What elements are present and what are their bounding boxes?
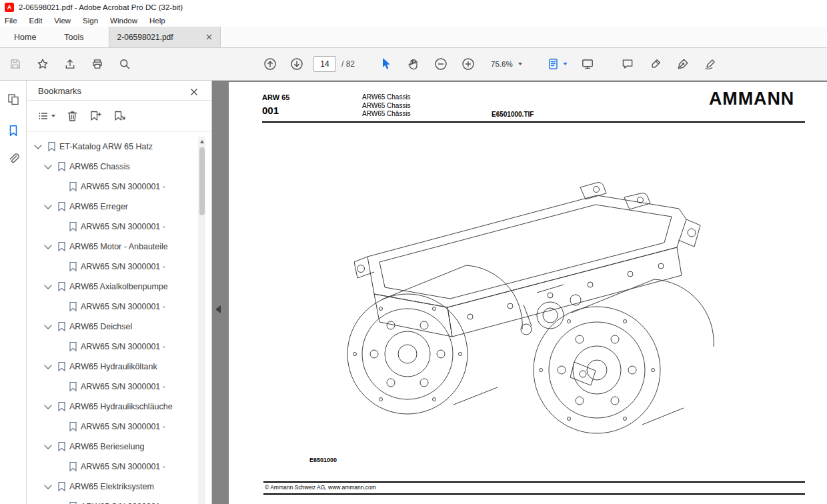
tab-tools[interactable]: Tools: [50, 27, 97, 47]
bookmark-icon: [57, 241, 66, 252]
menu-sign[interactable]: Sign: [77, 15, 104, 27]
document-area: ARW 65 001 ARW65 Chassis ARW65 Chassis A…: [212, 81, 827, 504]
goto-bookmark-button[interactable]: [113, 110, 126, 122]
favorites-button[interactable]: [37, 58, 49, 71]
page-display-button[interactable]: [547, 57, 568, 71]
search-button[interactable]: [119, 58, 131, 71]
chevron-down-icon[interactable]: [44, 361, 51, 369]
footer-rule-bottom: [263, 493, 805, 495]
scrollbar-thumb[interactable]: [199, 147, 205, 215]
bookmark-icon: [57, 361, 66, 372]
goto-bookmark-icon: [113, 110, 126, 122]
bookmark-icon: [57, 481, 66, 492]
title-bar: A 2-06598021.pdf - Adobe Acrobat Pro DC …: [0, 0, 827, 15]
chevron-down-icon[interactable]: [34, 141, 41, 149]
bookmark-item[interactable]: ET-Katalog ARW 65 Hatz: [27, 137, 202, 157]
acrobat-window: A 2-06598021.pdf - Adobe Acrobat Pro DC …: [0, 0, 827, 504]
bookmark-item[interactable]: ARW65 S/N 3000001 -: [27, 337, 202, 357]
page-thumbnails-button[interactable]: [7, 93, 20, 106]
paperclip-icon: [7, 152, 20, 165]
save-button[interactable]: [9, 58, 22, 71]
bookmark-item[interactable]: ARW65 S/N 3000001 -: [27, 257, 202, 277]
title-line: ARW65 Chassis: [362, 102, 411, 111]
sign-button[interactable]: [704, 58, 717, 71]
bookmark-icon: [69, 501, 77, 504]
figure-label: E6501000: [309, 457, 337, 463]
bookmark-label: ET-Katalog ARW 65 Hatz: [59, 142, 153, 151]
main-toolbar: 14 / 82 75.6%: [0, 48, 827, 81]
bookmark-item[interactable]: ARW65 Hydraulikschläuche: [27, 397, 202, 417]
highlight-button[interactable]: [650, 58, 662, 71]
scroll-up-icon[interactable]: [200, 140, 204, 143]
zoom-out-icon: [434, 57, 448, 71]
chevron-down-icon[interactable]: [44, 401, 51, 409]
bookmark-item[interactable]: ARW65 S/N 3000001 -: [27, 377, 202, 397]
zoom-level-dropdown[interactable]: 75.6%: [491, 56, 522, 72]
bookmark-item[interactable]: ARW65 Motor - Anbauteile: [27, 237, 202, 257]
close-icon[interactable]: [206, 34, 212, 40]
bookmark-item[interactable]: ARW65 S/N 3000001 -: [27, 177, 202, 197]
bookmark-item[interactable]: ARW65 S/N 3000001 -: [27, 417, 202, 437]
select-tool-icon: [379, 57, 391, 71]
next-page-button[interactable]: [290, 57, 303, 71]
tab-home[interactable]: Home: [0, 27, 50, 47]
bookmark-item[interactable]: ARW65 Berieselung: [27, 437, 202, 457]
menu-help[interactable]: Help: [143, 15, 171, 27]
bookmarks-toolbar: [38, 110, 126, 122]
bookmark-icon: [69, 381, 77, 392]
chevron-down-icon[interactable]: [44, 321, 51, 329]
menu-window[interactable]: Window: [104, 15, 143, 27]
new-bookmark-button[interactable]: [89, 110, 102, 122]
hand-tool-button[interactable]: [407, 57, 420, 71]
delete-bookmark-button[interactable]: [67, 110, 78, 122]
bookmarks-panel-title: Bookmarks: [38, 86, 81, 96]
title-line: ARW65 Châssis: [362, 110, 411, 119]
document-tab[interactable]: 2-06598021.pdf: [109, 27, 221, 47]
print-button[interactable]: [91, 58, 104, 71]
panel-close-button[interactable]: [190, 87, 198, 99]
chevron-down-icon[interactable]: [44, 281, 51, 289]
zoom-out-button[interactable]: [434, 57, 448, 71]
bookmark-item[interactable]: ARW65 S/N 3000001 -: [27, 297, 202, 317]
chevron-down-icon[interactable]: [44, 201, 51, 209]
zoom-in-button[interactable]: [462, 57, 475, 71]
save-icon: [9, 58, 22, 71]
chevron-down-icon[interactable]: [44, 161, 51, 169]
tab-bar: Home Tools 2-06598021.pdf: [0, 27, 827, 48]
comment-button[interactable]: [622, 58, 634, 71]
chevron-down-icon[interactable]: [44, 241, 51, 249]
footer-rule-top: [263, 481, 805, 483]
bookmark-item[interactable]: ARW65 S/N 3000001 -: [27, 217, 202, 237]
bookmark-icon: [69, 181, 77, 192]
collapse-panel-button[interactable]: [215, 303, 225, 315]
bookmark-options-button[interactable]: [38, 111, 55, 121]
chevron-down-icon[interactable]: [44, 481, 51, 489]
bookmark-item[interactable]: ARW65 S/N 3000001 -: [27, 457, 202, 477]
read-mode-button[interactable]: [581, 57, 594, 71]
menu-view[interactable]: View: [48, 15, 77, 27]
fill-sign-button[interactable]: [677, 58, 690, 71]
chevron-down-icon[interactable]: [44, 441, 51, 449]
bookmark-item[interactable]: ARW65 Deichsel: [27, 317, 202, 337]
attachments-button[interactable]: [7, 152, 20, 165]
print-icon: [91, 58, 104, 71]
menu-file[interactable]: File: [0, 15, 23, 27]
previous-page-button[interactable]: [263, 57, 277, 71]
share-button[interactable]: [64, 58, 77, 71]
bookmarks-panel-button[interactable]: [7, 124, 20, 137]
bookmark-icon: [69, 301, 77, 312]
model-label: ARW 65: [262, 93, 289, 101]
bookmark-item[interactable]: ARW65 S/N 3000001 -: [27, 497, 202, 504]
bookmarks-panel: Bookmarks ET-Katalog ARW 65 Hatz ARW65 C…: [27, 81, 212, 504]
chevron-down-icon: [564, 63, 568, 65]
bookmark-item[interactable]: ARW65 Axialkolbenpumpe: [27, 277, 202, 297]
select-tool-button[interactable]: [379, 57, 391, 71]
page-number-input[interactable]: 14: [313, 56, 336, 72]
bookmark-item[interactable]: ARW65 Chassis: [27, 157, 202, 177]
menu-edit[interactable]: Edit: [23, 15, 49, 27]
bookmark-item[interactable]: ARW65 Erreger: [27, 197, 202, 217]
bookmarks-scrollbar[interactable]: [198, 137, 205, 504]
bookmark-label: ARW65 S/N 3000001 -: [81, 462, 165, 471]
bookmark-item[interactable]: ARW65 Hydrauliköltank: [27, 357, 202, 377]
bookmark-item[interactable]: ARW65 Elektriksystem: [27, 477, 202, 497]
